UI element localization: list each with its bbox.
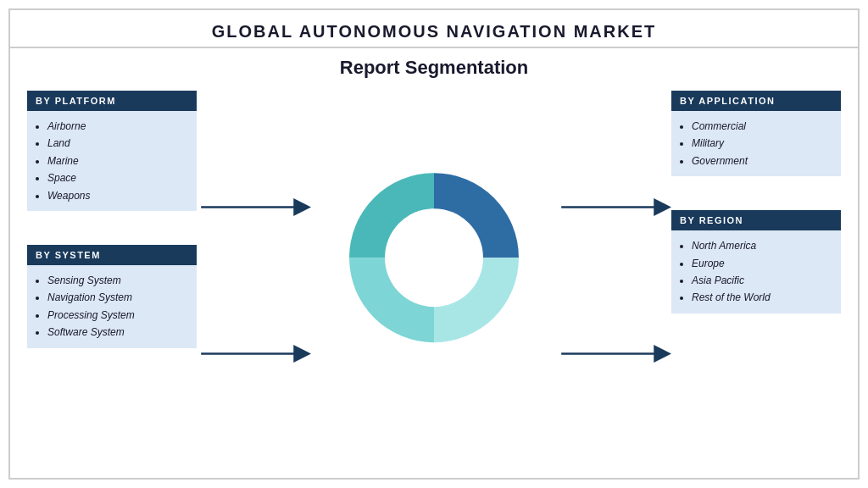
region-item-0: North America — [692, 237, 832, 254]
region-item-2: Asia Pacific — [692, 272, 832, 289]
right-panels: BY APPLICATION Commercial Military Gover… — [671, 91, 841, 313]
platform-item-1: Land — [47, 135, 188, 152]
main-container: GLOBAL AUTONOMOUS NAVIGATION MARKET Repo… — [8, 8, 860, 480]
platform-item-4: Weapons — [47, 187, 188, 204]
system-item-3: Software System — [47, 324, 188, 341]
region-body: North America Europe Asia Pacific Rest o… — [671, 230, 841, 313]
system-item-2: Processing System — [47, 307, 188, 324]
donut-chart — [332, 156, 536, 359]
arrow-region — [557, 335, 671, 373]
content-area: Report Segmentation BY PLATFORM Airborne… — [10, 48, 858, 455]
platform-item-0: Airborne — [47, 118, 188, 135]
report-subtitle: Report Segmentation — [340, 57, 528, 79]
system-header: BY SYSTEM — [27, 245, 197, 265]
region-header: BY REGION — [671, 210, 841, 230]
system-box: BY SYSTEM Sensing System Navigation Syst… — [27, 245, 197, 348]
region-box: BY REGION North America Europe Asia Paci… — [671, 210, 841, 313]
arrow-system — [197, 335, 311, 373]
svg-point-0 — [385, 208, 483, 307]
application-item-0: Commercial — [692, 118, 832, 135]
arrow-platform — [197, 188, 311, 226]
platform-body: Airborne Land Marine Space Weapons — [27, 111, 197, 211]
system-item-1: Navigation System — [47, 289, 188, 306]
application-item-1: Military — [692, 135, 832, 152]
system-body: Sensing System Navigation System Process… — [27, 265, 197, 348]
region-item-1: Europe — [692, 255, 832, 272]
system-item-0: Sensing System — [47, 272, 188, 289]
platform-box: BY PLATFORM Airborne Land Marine Space W… — [27, 91, 197, 211]
platform-header: BY PLATFORM — [27, 91, 197, 111]
application-header: BY APPLICATION — [671, 91, 841, 111]
left-panels: BY PLATFORM Airborne Land Marine Space W… — [27, 91, 197, 348]
platform-item-2: Marine — [47, 152, 188, 169]
application-item-2: Government — [692, 152, 832, 169]
arrow-application — [557, 188, 671, 226]
application-box: BY APPLICATION Commercial Military Gover… — [671, 91, 841, 176]
page-title: GLOBAL AUTONOMOUS NAVIGATION MARKET — [10, 10, 858, 48]
region-item-3: Rest of the World — [692, 289, 832, 306]
platform-item-3: Space — [47, 169, 188, 186]
application-body: Commercial Military Government — [671, 111, 841, 176]
